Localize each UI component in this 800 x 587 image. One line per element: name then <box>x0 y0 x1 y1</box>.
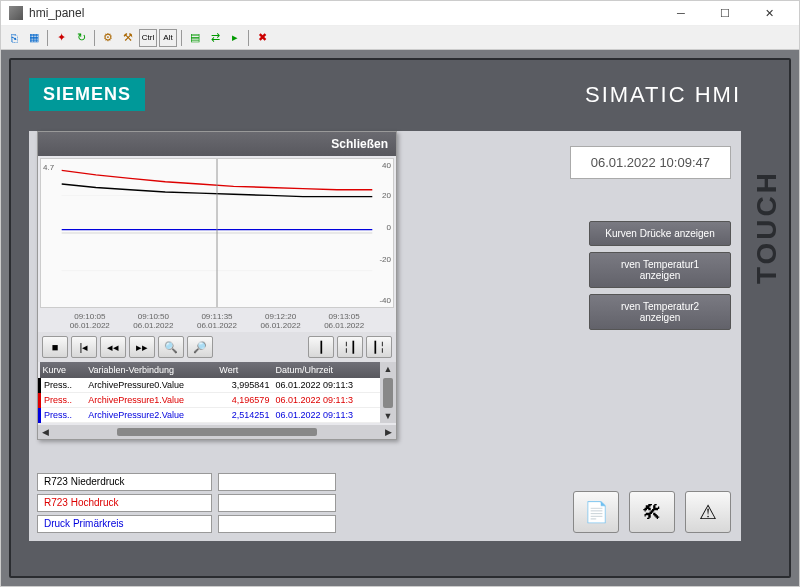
app-icon <box>9 6 23 20</box>
tools-icon[interactable]: 🛠 <box>629 491 675 533</box>
alarm-icon[interactable]: ⚠ <box>685 491 731 533</box>
trend-ruler3-icon[interactable]: ┃╎ <box>366 336 392 358</box>
tool-icon-7[interactable]: ▤ <box>186 29 204 47</box>
vertical-scrollbar[interactable]: ▲ ▼ <box>380 362 396 423</box>
legend-item-2: R723 Hochdruck <box>37 494 212 512</box>
x-axis-labels: 09:10:05 06.01.2022 09:10:50 06.01.2022 … <box>38 310 396 332</box>
tool-icon-1[interactable]: ⎘ <box>5 29 23 47</box>
scroll-down-icon[interactable]: ▼ <box>384 411 393 421</box>
trend-zoomin-icon[interactable]: 🔍 <box>158 336 184 358</box>
trend-stop-icon[interactable]: ■ <box>42 336 68 358</box>
trend-forward-icon[interactable]: ▸▸ <box>129 336 155 358</box>
trend-chart: 4.7 40 20 0 -20 -40 <box>40 158 394 308</box>
maximize-button[interactable]: ☐ <box>703 1 747 25</box>
trend-ruler1-icon[interactable]: ┃ <box>308 336 334 358</box>
tool-delete-icon[interactable]: ✖ <box>253 29 271 47</box>
table-row[interactable]: Press..ArchivePressure0.Value3,99584106.… <box>40 378 381 393</box>
y-right-tick-0: 40 <box>382 161 391 170</box>
window-title: hmi_panel <box>29 6 659 20</box>
show-temp1-curves-button[interactable]: rven Temperatur1 anzeigen <box>589 252 731 288</box>
y-right-tick-1: 20 <box>382 191 391 200</box>
ctrl-key-icon[interactable]: Ctrl <box>139 29 157 47</box>
legend-item-3: Druck Primärkreis <box>37 515 212 533</box>
col-value[interactable]: Wert <box>216 362 272 378</box>
show-pressure-curves-button[interactable]: Kurven Drücke anzeigen <box>589 221 731 246</box>
y-right-tick-4: -40 <box>379 296 391 305</box>
siemens-logo: SIEMENS <box>29 78 145 111</box>
hscroll-thumb[interactable] <box>117 428 317 436</box>
show-temp2-curves-button[interactable]: rven Temperatur2 anzeigen <box>589 294 731 330</box>
value-field-2 <box>218 494 336 512</box>
tool-icon-3[interactable]: ✦ <box>52 29 70 47</box>
table-row[interactable]: Press..ArchivePressure1.Value4,19657906.… <box>40 393 381 408</box>
alt-key-icon[interactable]: Alt <box>159 29 177 47</box>
datetime-display: 06.01.2022 10:09:47 <box>570 146 731 179</box>
trend-close-button[interactable]: Schließen <box>331 137 388 151</box>
col-datetime[interactable]: Datum/Uhrzeit <box>272 362 380 378</box>
trend-view-panel: Schließen 4.7 40 20 0 -20 -40 <box>37 131 397 440</box>
trend-data-table: Kurve Variablen-Verbindung Wert Datum/Uh… <box>38 362 380 423</box>
y-right-tick-2: 0 <box>387 223 391 232</box>
close-window-button[interactable]: ✕ <box>747 1 791 25</box>
tool-icon-5[interactable]: ⚙ <box>99 29 117 47</box>
trend-zoomout-icon[interactable]: 🔎 <box>187 336 213 358</box>
value-field-1 <box>218 473 336 491</box>
tool-icon-6[interactable]: ⚒ <box>119 29 137 47</box>
table-row[interactable]: Press..ArchivePressure2.Value2,51425106.… <box>40 408 381 423</box>
scroll-right-icon[interactable]: ▶ <box>385 427 392 437</box>
minimize-button[interactable]: ─ <box>659 1 703 25</box>
tool-icon-2[interactable]: ▦ <box>25 29 43 47</box>
tool-icon-4[interactable]: ↻ <box>72 29 90 47</box>
y-left-tick: 4.7 <box>43 163 54 172</box>
window-titlebar: hmi_panel ─ ☐ ✕ <box>1 1 799 26</box>
scroll-up-icon[interactable]: ▲ <box>384 364 393 374</box>
col-variable[interactable]: Variablen-Verbindung <box>85 362 216 378</box>
app-toolbar: ⎘ ▦ ✦ ↻ ⚙ ⚒ Ctrl Alt ▤ ⇄ ▸ ✖ <box>1 26 799 50</box>
tool-icon-9[interactable]: ▸ <box>226 29 244 47</box>
trend-rewind-icon[interactable]: ◂◂ <box>100 336 126 358</box>
trend-first-icon[interactable]: |◂ <box>71 336 97 358</box>
legend-item-1: R723 Niederdruck <box>37 473 212 491</box>
y-right-tick-3: -20 <box>379 255 391 264</box>
value-field-3 <box>218 515 336 533</box>
document-icon[interactable]: 📄 <box>573 491 619 533</box>
tool-icon-8[interactable]: ⇄ <box>206 29 224 47</box>
touch-label: TOUCH <box>751 170 783 284</box>
trend-ruler2-icon[interactable]: ╎┃ <box>337 336 363 358</box>
col-curve[interactable]: Kurve <box>40 362 86 378</box>
horizontal-scrollbar[interactable]: ◀ ▶ <box>38 425 396 439</box>
simatic-label: SIMATIC HMI <box>585 82 741 108</box>
scroll-thumb[interactable] <box>383 378 393 408</box>
scroll-left-icon[interactable]: ◀ <box>42 427 49 437</box>
